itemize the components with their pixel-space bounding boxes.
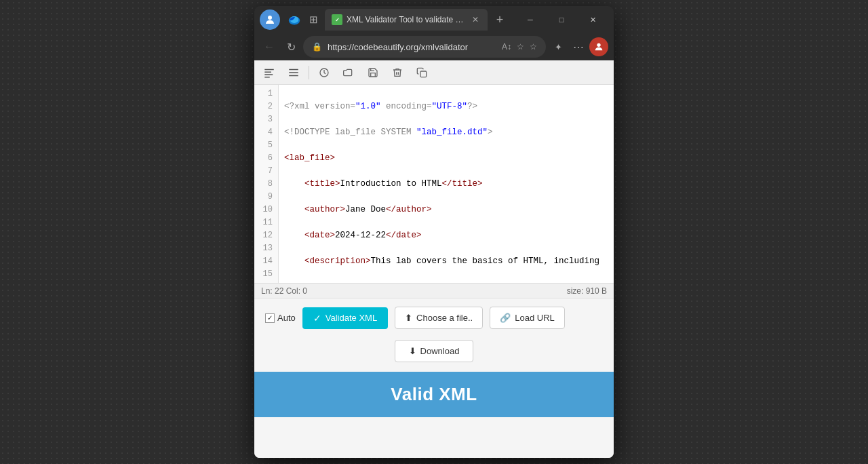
svg-rect-5 <box>264 71 271 73</box>
edge-logo-icon <box>287 12 302 27</box>
status-bar: Ln: 22 Col: 0size: 910 B <box>254 283 614 298</box>
svg-rect-10 <box>289 75 298 76</box>
more-tools-button[interactable]: ⋯ <box>569 37 588 56</box>
choose-label: Choose a file.. <box>416 313 473 323</box>
valid-xml-text: Valid XML <box>391 384 477 404</box>
collections-icon[interactable]: ⊞ <box>306 12 321 27</box>
address-bar[interactable]: 🔒 https://codebeautify.org/xmlvalidator … <box>303 36 546 58</box>
auto-checkbox-label[interactable]: ✓ Auto <box>265 313 296 323</box>
tab-bar: ✓ XML Validator Tool to validate X... ✕ … <box>325 9 511 31</box>
validate-xml-button[interactable]: ✓ Validate XML <box>302 307 388 329</box>
cursor-info: Ln: 22 Col: 0 <box>261 286 307 296</box>
code-editor[interactable]: 1 2 3 4 5 6 7 8 9 10 11 12 13 14 15 16 1… <box>254 85 614 283</box>
auto-label: Auto <box>277 313 296 323</box>
editor-toolbar <box>254 60 614 85</box>
history-icon[interactable] <box>315 63 334 82</box>
download-label: Download <box>420 346 460 356</box>
save-icon[interactable] <box>363 63 382 82</box>
download-button[interactable]: ⬇ Download <box>395 340 474 362</box>
browser-window: ⊞ ✓ XML Validator Tool to validate X... … <box>254 6 614 458</box>
url-text: https://codebeautify.org/xmlvalidator <box>328 42 496 52</box>
tab-title: XML Validator Tool to validate X... <box>347 15 466 24</box>
download-icon: ⬇ <box>409 346 416 356</box>
validate-check-icon: ✓ <box>313 313 321 324</box>
profile-button[interactable] <box>589 37 608 56</box>
choose-file-button[interactable]: ⬆ Choose a file.. <box>395 307 483 329</box>
validate-label: Validate XML <box>326 313 377 323</box>
menu-icon[interactable] <box>284 63 303 82</box>
tab-close-button[interactable]: ✕ <box>470 14 481 25</box>
tab-favicon: ✓ <box>332 14 342 25</box>
svg-rect-4 <box>264 69 274 70</box>
tab-item-xml-validator[interactable]: ✓ XML Validator Tool to validate X... ✕ <box>325 9 488 31</box>
bottom-extra <box>254 417 614 458</box>
load-url-button[interactable]: 🔗 Load URL <box>490 307 565 329</box>
line-numbers: 1 2 3 4 5 6 7 8 9 10 11 12 13 14 15 16 1… <box>254 85 279 283</box>
new-tab-button[interactable]: + <box>490 10 509 29</box>
close-button[interactable]: ✕ <box>577 9 608 31</box>
translate-icon[interactable]: A↕ <box>502 42 511 52</box>
file-size: size: 910 B <box>567 286 607 296</box>
upload-icon: ⬆ <box>405 313 412 323</box>
svg-point-3 <box>597 43 600 47</box>
code-content[interactable]: <?xml version="1.0" encoding="UTF-8"?> <… <box>279 85 614 283</box>
svg-rect-7 <box>264 77 270 78</box>
link-icon: 🔗 <box>500 313 511 323</box>
minimize-button[interactable]: ─ <box>515 9 546 31</box>
folder-icon[interactable] <box>339 63 358 82</box>
svg-rect-12 <box>420 71 427 77</box>
maximize-button[interactable]: □ <box>546 9 577 31</box>
delete-icon[interactable] <box>388 63 407 82</box>
valid-xml-banner: Valid XML <box>254 372 614 417</box>
download-bar: ⬇ Download <box>254 337 614 372</box>
load-url-label: Load URL <box>515 313 555 323</box>
toolbar-separator-1 <box>309 66 309 79</box>
format-icon[interactable] <box>260 63 279 82</box>
content-area: 1 2 3 4 5 6 7 8 9 10 11 12 13 14 15 16 1… <box>254 60 614 458</box>
title-bar: ⊞ ✓ XML Validator Tool to validate X... … <box>254 6 614 33</box>
svg-rect-8 <box>289 69 298 70</box>
lock-icon: 🔒 <box>312 42 322 52</box>
copy-icon[interactable] <box>412 63 431 82</box>
back-button[interactable]: ← <box>260 37 279 56</box>
favorite-icon[interactable]: ☆ <box>517 42 524 52</box>
nav-actions: ✦ ⋯ <box>549 37 608 56</box>
copilot-button[interactable]: ✦ <box>549 37 568 56</box>
nav-bar: ← ↻ 🔒 https://codebeautify.org/xmlvalida… <box>254 33 614 60</box>
svg-point-0 <box>268 16 272 20</box>
profile-icon[interactable] <box>260 9 280 30</box>
svg-rect-6 <box>264 74 273 75</box>
svg-rect-9 <box>289 72 298 73</box>
auto-checkbox[interactable]: ✓ <box>265 313 275 323</box>
refresh-button[interactable]: ↻ <box>281 37 300 56</box>
window-controls: ─ □ ✕ <box>515 9 608 31</box>
action-bar: ✓ Auto ✓ Validate XML ⬆ Choose a file.. … <box>254 298 614 337</box>
reading-list-icon[interactable]: ☆ <box>530 42 537 52</box>
